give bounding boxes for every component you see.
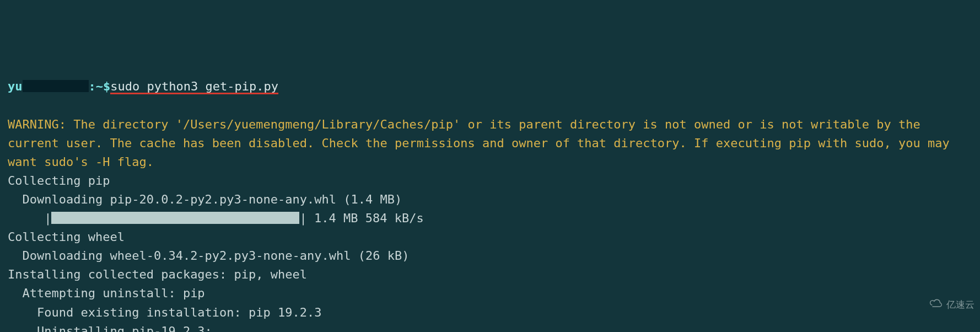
redacted-user [23,80,89,92]
progress-suffix: | 1.4 MB 584 kB/s [299,211,423,225]
watermark: 亿速云 [917,283,974,328]
progress-prefix: | [8,211,51,225]
output-line: Uninstalling pip-19.2.3: [8,324,212,332]
output-line: Attempting uninstall: pip [8,286,205,300]
output-line: Installing collected packages: pip, whee… [8,267,307,281]
output-line: Downloading pip-20.0.2-py2.py3-none-any.… [8,192,402,206]
warning-label: WARNING: [8,117,66,131]
output-line: Collecting wheel [8,230,125,244]
warning-text: The directory '/Users/yuemengmeng/Librar… [8,117,957,169]
cloud-icon [917,283,943,328]
watermark-text: 亿速云 [946,298,974,312]
prompt-user: yu [8,79,23,93]
output-line: Found existing installation: pip 19.2.3 [8,306,322,319]
progress-bar [51,212,299,224]
output-line: Downloading wheel-0.34.2-py2.py3-none-an… [8,249,409,263]
output-line: Collecting pip [8,174,110,188]
prompt-path: :~$ [89,79,111,93]
prompt-line[interactable]: yu:~$sudo python3 get-pip.py [8,77,972,96]
command-text: sudo python3 get-pip.py [110,82,278,94]
progress-line: || 1.4 MB 584 kB/s [8,211,424,225]
